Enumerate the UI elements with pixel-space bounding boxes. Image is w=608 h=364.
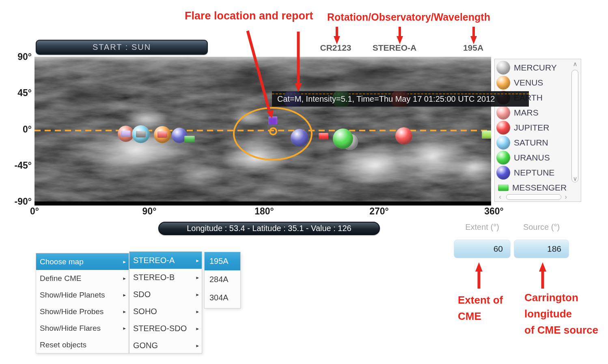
legend-item-label: NEPTUNE [514,168,554,178]
submenu-arrow-icon: ▸ [196,291,199,298]
submenu-arrow-icon: ▸ [123,325,126,331]
extent-annotation-line: CME [458,308,503,324]
scroll-up-button[interactable]: ∧ [570,61,580,67]
submenu-item-stereo-sdo[interactable]: STEREO-SDO▸ [129,320,202,337]
scroll-down-button[interactable]: ∨ [570,176,580,182]
menu-item-label: 304A [209,293,229,302]
app-canvas: Flare location and report Rotation/Obser… [0,0,608,364]
submenu-item-stereo-a[interactable]: STEREO-A▸ [129,252,202,269]
submenu-item-soho[interactable]: SOHO▸ [129,303,202,320]
legend-vertical-scrollbar[interactable]: ∧ ∨ [570,60,580,193]
probe-marker[interactable] [482,131,491,139]
scroll-right-button[interactable]: › [562,194,569,201]
legend-item-saturn[interactable]: SATURN [496,135,569,150]
legend-item-mars[interactable]: MARS [496,105,569,120]
menu-item-label: Show/Hide Flares [40,324,101,333]
observatory-submenu: STEREO-A▸STEREO-B▸SDO▸SOHO▸STEREO-SDO▸GO… [129,251,202,353]
probe-marker[interactable] [136,131,146,137]
planet-swatch-icon [496,136,510,150]
planet-swatch-icon [496,166,510,180]
submenu-item-gong[interactable]: GONG▸ [129,337,202,354]
planet-swatch-icon [496,151,510,165]
probe-marker[interactable] [184,136,195,142]
menu-item-show-hide-flares[interactable]: Show/Hide Flares▸ [36,320,129,336]
planet-swatch-icon [496,61,510,75]
submenu-arrow-icon: ▸ [123,259,126,265]
scroll-left-button[interactable]: ‹ [496,194,504,201]
carrington-map[interactable] [34,57,491,201]
legend-item-venus[interactable]: VENUS [496,75,569,90]
planet-marker[interactable] [395,127,412,144]
planet-probe-marker[interactable] [118,126,134,142]
legend-item-neptune[interactable]: NEPTUNE [496,165,569,180]
extent-field-label: Extent (°) [465,223,499,232]
carrington-rotation-label[interactable]: CR2123 [320,43,351,53]
longitude-tick: 270° [369,206,389,217]
legend-item-messenger[interactable]: MESSENGER [496,180,569,194]
menu-item-show-hide-probes[interactable]: Show/Hide Probes▸ [36,303,129,320]
submenu-arrow-icon: ▸ [196,343,199,349]
legend-horizontal-scrollbar[interactable]: ‹ › [496,194,580,201]
extent-input[interactable]: 60 [454,240,511,258]
menu-item-label: Define CME [40,274,81,283]
menu-item-label: Choose map [40,257,84,266]
submenu-arrow-icon: ▸ [196,325,199,332]
legend-item-jupiter[interactable]: JUPITER [496,120,569,135]
cme-source-marker[interactable] [269,127,277,135]
extent-annotation: Extent of CME [458,292,503,324]
planet-marker[interactable] [333,128,353,149]
menu-item-reset-objects[interactable]: Reset objects [36,336,129,353]
flare-report-text: Cat=M, Intensity=5.1, Time=Thu May 17 01… [277,94,495,104]
probe-marker[interactable] [157,131,167,138]
extent-annotation-line: Extent of [458,292,503,308]
probe-marker[interactable] [121,131,131,137]
menu-item-label: STEREO-SDO [133,324,187,333]
legend-item-label: SATURN [514,138,548,148]
flare-marker[interactable] [268,116,277,124]
longitude-tick: 0° [30,206,39,217]
menu-item-define-cme[interactable]: Define CME▸ [36,270,129,287]
wavelength-label[interactable]: 195A [463,43,483,53]
source-field-label: Source (°) [523,223,560,232]
longitude-tick: 90° [142,206,157,217]
legend-item-label: MARS [514,108,539,118]
latitude-tick: -45° [6,160,32,171]
probe-swatch-icon [498,184,509,191]
menu-item-label: SOHO [133,307,157,316]
planet-probe-marker[interactable] [154,126,171,143]
horizontal-scrollbar-thumb[interactable] [506,194,561,200]
menu-item-label: STEREO-B [133,273,175,282]
legend-item-label: VENUS [514,78,543,88]
submenu-item-stereo-b[interactable]: STEREO-B▸ [129,269,202,286]
carrington-annotation-line: of CME source [524,322,598,338]
planet-swatch-icon [496,121,510,135]
planet-swatch-icon [496,76,510,90]
source-input[interactable]: 186 [514,240,569,258]
probe-marker[interactable] [319,133,328,139]
wavelength-item-304a[interactable]: 304A [205,289,240,307]
context-menu: Choose map▸Define CME▸Show/Hide Planets▸… [36,253,129,353]
menu-item-show-hide-planets[interactable]: Show/Hide Planets▸ [36,287,129,303]
latitude-tick: 90° [6,51,32,62]
menu-item-label: STEREO-A [133,256,175,265]
menu-item-choose-map[interactable]: Choose map▸ [36,253,129,270]
wavelength-item-284a[interactable]: 284A [205,270,240,289]
rotation-observatory-annotation-label: Rotation/Observatory/Wavelength [327,11,490,23]
wavelength-submenu: 195A284A304A [204,252,241,308]
planet-marker[interactable] [291,129,308,147]
observatory-label[interactable]: STEREO-A [373,43,417,53]
submenu-item-sdo[interactable]: SDO▸ [129,286,202,303]
legend-item-mercury[interactable]: MERCURY [496,60,569,75]
vertical-scrollbar-thumb[interactable] [571,70,578,182]
submenu-arrow-icon: ▸ [196,308,199,315]
submenu-arrow-icon: ▸ [123,275,126,281]
carrington-annotation-line: longitude [524,306,598,322]
menu-item-label: Show/Hide Probes [40,307,103,316]
wavelength-item-195a[interactable]: 195A [205,252,240,270]
planet-probe-marker[interactable] [132,125,150,143]
longitude-tick: 180° [254,206,274,217]
menu-item-label: Show/Hide Planets [40,291,105,300]
legend-item-label: JUPITER [514,123,550,133]
map-bottom-strip [34,201,491,206]
legend-item-uranus[interactable]: URANUS [496,150,569,165]
